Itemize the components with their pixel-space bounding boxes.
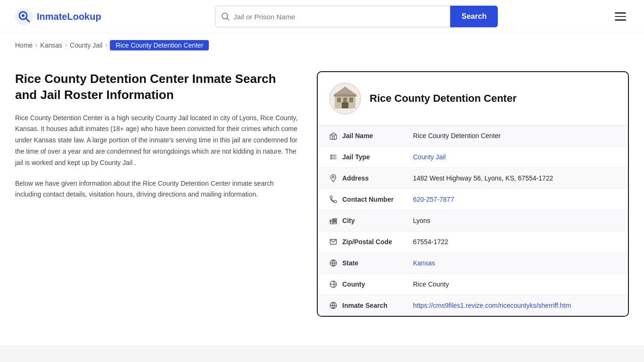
info-row: Zip/Postal Code67554-1722 [318,231,628,253]
row-value: 67554-1722 [413,238,617,246]
globe-icon [329,301,342,310]
info-row: CityLyons [318,210,628,231]
facility-building-icon [332,86,358,111]
svg-point-21 [331,156,332,157]
address-icon [329,174,342,182]
row-value: Rice County Detention Center [413,132,617,140]
search-input[interactable] [233,13,444,21]
row-label: Contact Number [342,196,413,203]
breadcrumb-home[interactable]: Home [15,41,33,49]
row-link[interactable]: Kansas [413,259,435,267]
svg-point-22 [331,158,332,159]
search-icon [221,12,230,21]
svg-rect-26 [331,221,332,222]
svg-rect-27 [334,220,335,221]
facility-title: Rice County Detention Center [370,92,517,105]
svg-rect-15 [330,135,337,140]
row-link[interactable]: County Jail [413,153,446,161]
breadcrumb-county-jail[interactable]: County Jail [70,41,102,49]
row-value: Rice County [413,280,617,288]
county-icon [329,280,342,288]
row-value: 1482 West Highway 56, Lyons, KS, 67554-1… [413,174,617,182]
page-title: Rice County Detention Center Inmate Sear… [15,71,298,103]
page-description-2: Below we have given information about th… [15,178,298,201]
info-row: Address1482 West Highway 56, Lyons, KS, … [318,168,628,189]
page-description: Rice County Detention Center is a high s… [15,113,298,169]
type-icon [329,153,342,161]
breadcrumb-kansas[interactable]: Kansas [40,41,62,49]
info-row: Inmate Searchhttps://cms9files1.revize.c… [318,295,628,316]
chevron-icon: › [35,42,37,49]
menu-button[interactable] [612,9,629,24]
search-button[interactable]: Search [450,6,498,27]
phone-icon [329,195,342,204]
svg-rect-7 [337,98,341,102]
row-value: Lyons [413,217,617,224]
svg-point-20 [331,155,332,156]
row-value[interactable]: County Jail [413,153,617,161]
svg-line-5 [227,18,229,20]
right-column: Rice County Detention Center Jail NameRi… [317,71,629,317]
svg-rect-28 [335,220,336,221]
row-link[interactable]: 620-257-7877 [413,196,454,203]
row-label: Jail Name [342,132,413,140]
logo-icon [15,8,33,25]
left-column: Rice County Detention Center Inmate Sear… [15,71,317,317]
logo-text: InmateLookup [37,11,101,22]
card-header: Rice County Detention Center [318,72,628,125]
svg-rect-11 [334,94,356,97]
info-row: Jail TypeCounty Jail [318,147,628,168]
row-link[interactable]: https://cms9files1.revize.com/ricecounty… [413,302,571,309]
facility-card: Rice County Detention Center Jail NameRi… [317,71,629,317]
row-value[interactable]: https://cms9files1.revize.com/ricecounty… [413,302,617,309]
zip-icon [329,238,342,246]
row-label: County [342,280,413,288]
row-label: Address [342,174,413,182]
svg-rect-10 [342,102,348,108]
facility-avatar [329,82,361,115]
svg-rect-29 [334,222,335,222]
main-content: Rice County Detention Center Inmate Sear… [0,57,644,345]
site-header: InmateLookup Search [0,0,644,33]
row-label: City [342,217,413,224]
chevron-icon: › [65,42,67,49]
svg-rect-30 [335,222,336,222]
svg-point-23 [332,176,334,178]
info-row: Jail NameRice County Detention Center [318,125,628,147]
chevron-icon: › [105,42,107,49]
row-label: Inmate Search [342,302,413,309]
row-value[interactable]: 620-257-7877 [413,196,617,203]
search-input-wrapper [215,6,450,27]
row-value[interactable]: Kansas [413,259,617,267]
info-row: CountyRice County [318,274,628,295]
row-label: Zip/Postal Code [342,238,413,246]
info-row: Contact Number620-257-7877 [318,189,628,210]
city-icon [329,216,342,225]
search-bar: Search [215,6,498,27]
svg-rect-9 [349,98,353,102]
row-label: Jail Type [342,153,413,161]
svg-rect-8 [343,98,347,102]
info-row: StateKansas [318,253,628,274]
info-rows: Jail NameRice County Detention CenterJai… [318,125,628,316]
logo-link[interactable]: InmateLookup [15,8,101,25]
row-label: State [342,259,413,267]
svg-rect-14 [344,89,346,91]
breadcrumb-active: Rice County Detention Center [110,40,209,50]
state-icon [329,259,342,267]
svg-rect-16 [332,137,335,140]
footer [0,345,644,362]
svg-point-3 [22,14,25,17]
jail-icon [329,132,342,140]
breadcrumb: Home › Kansas › County Jail › Rice Count… [0,33,644,57]
